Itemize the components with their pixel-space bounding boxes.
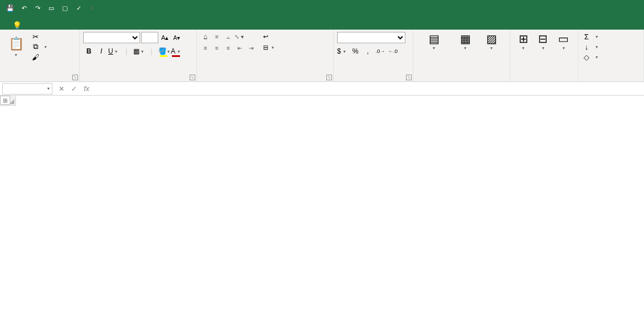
percent-format-icon[interactable]: % xyxy=(350,46,361,57)
merge-icon: ⊟ xyxy=(263,44,268,51)
quick-access-toolbar: 💾 ↶ ↷ ▭ ▢ ✓ ▾ xyxy=(0,2,98,14)
group-label xyxy=(514,79,575,81)
group-label: ⤡ xyxy=(200,79,330,81)
align-left-icon[interactable]: ≡ xyxy=(200,43,211,52)
format-as-table-button[interactable]: ▦▾ xyxy=(451,32,479,51)
fill-button[interactable]: ↓▾ xyxy=(582,42,640,51)
formula-bar: ▾ ✕ ✓ fx xyxy=(0,82,644,96)
dialog-launcher-icon[interactable]: ⤡ xyxy=(190,75,195,80)
conditional-formatting-button[interactable]: ▤▾ xyxy=(417,32,451,51)
group-number: $▾ % , .0→ ←.0 ⤡ xyxy=(334,30,413,81)
group-editing: Σ▾ ↓▾ ◇▾ xyxy=(579,30,644,81)
wrap-icon: ↩ xyxy=(263,33,268,40)
group-alignment: ⩠≡⩡ ⤡▾ ≡≡≡ ⇤⇥ ↩ ⊟▾ ⤡ xyxy=(197,30,334,81)
align-center-icon[interactable]: ≡ xyxy=(212,43,222,52)
fx-icon[interactable]: fx xyxy=(81,85,92,93)
increase-decimal-icon[interactable]: .0→ xyxy=(375,46,386,57)
paste-icon: 📋 xyxy=(9,36,24,51)
name-box[interactable]: ▾ xyxy=(2,83,52,95)
group-label: ⤡ xyxy=(337,79,409,81)
number-format-select[interactable] xyxy=(337,32,405,43)
align-right-icon[interactable]: ≡ xyxy=(223,43,233,52)
align-bottom-icon[interactable]: ⩡ xyxy=(223,32,233,41)
ribbon-tabs: 💡 xyxy=(0,16,644,30)
font-size-input[interactable] xyxy=(141,32,158,43)
italic-button[interactable]: I xyxy=(96,46,107,57)
align-top-icon[interactable]: ⩠ xyxy=(200,32,211,41)
cancel-icon[interactable]: ✕ xyxy=(56,85,67,93)
decrease-decimal-icon[interactable]: ←.0 xyxy=(387,46,399,57)
group-label: ⤡ xyxy=(83,79,193,81)
dialog-launcher-icon[interactable]: ⤡ xyxy=(406,75,412,80)
group-label xyxy=(582,79,640,81)
autosum-button[interactable]: Σ▾ xyxy=(582,32,640,41)
group-label: ⤡ xyxy=(3,79,76,81)
clear-button[interactable]: ◇▾ xyxy=(582,52,640,61)
group-clipboard: 📋 ▾ ✂ ⧉▾ 🖌 ⤡ xyxy=(0,30,80,81)
redo-icon[interactable]: ↷ xyxy=(32,2,43,14)
orientation-icon[interactable]: ⤡▾ xyxy=(235,32,245,41)
spellcheck-icon[interactable]: ✓ xyxy=(73,2,84,14)
copy-icon: ⧉ xyxy=(31,42,40,51)
align-middle-icon[interactable]: ≡ xyxy=(212,32,222,41)
merge-center-button[interactable]: ⊟▾ xyxy=(261,43,276,52)
cell-styles-icon: ▨ xyxy=(486,32,497,46)
tell-me[interactable]: 💡 xyxy=(13,21,25,30)
format-icon: ▭ xyxy=(558,32,569,46)
group-label xyxy=(417,79,506,81)
eraser-icon: ◇ xyxy=(582,52,591,61)
font-color-button[interactable]: A▾ xyxy=(171,46,182,57)
copy-button[interactable]: ⧉▾ xyxy=(31,42,47,51)
insert-icon: ⊞ xyxy=(519,32,528,46)
formula-input[interactable] xyxy=(95,85,644,92)
delete-cells-button[interactable]: ⊟▾ xyxy=(533,32,552,51)
bold-button[interactable]: B xyxy=(83,46,95,57)
group-cells: ⊞▾ ⊟▾ ▭▾ xyxy=(510,30,579,81)
fill-color-button[interactable]: 🪣▾ xyxy=(158,46,170,57)
accounting-format-icon[interactable]: $▾ xyxy=(337,46,348,57)
table-icon: ▦ xyxy=(460,32,471,46)
quick-analysis-icon[interactable]: ⊞ xyxy=(0,96,10,105)
cut-button[interactable]: ✂ xyxy=(31,32,47,41)
delete-icon: ⊟ xyxy=(538,32,548,46)
format-cells-button[interactable]: ▭▾ xyxy=(553,32,575,51)
bulb-icon: 💡 xyxy=(13,21,22,30)
decrease-indent-icon[interactable]: ⇤ xyxy=(235,43,245,52)
spreadsheet-grid: ⊞ xyxy=(0,96,644,324)
brush-icon: 🖌 xyxy=(31,52,40,61)
dialog-launcher-icon[interactable]: ⤡ xyxy=(326,75,332,80)
qat-icon[interactable]: ▭ xyxy=(46,2,57,14)
enter-icon[interactable]: ✓ xyxy=(68,85,80,93)
title-bar: 💾 ↶ ↷ ▭ ▢ ✓ ▾ xyxy=(0,0,644,16)
qat-more-icon[interactable]: ▾ xyxy=(87,2,98,14)
ribbon: 📋 ▾ ✂ ⧉▾ 🖌 ⤡ A▴ A▾ B I U▾ xyxy=(0,30,644,82)
sigma-icon: Σ xyxy=(582,32,591,41)
format-painter-button[interactable]: 🖌 xyxy=(31,52,47,61)
font-name-select[interactable] xyxy=(83,32,140,43)
border-button[interactable]: ▦▾ xyxy=(133,46,145,57)
wrap-text-button[interactable]: ↩ xyxy=(261,32,276,42)
increase-font-icon[interactable]: A▴ xyxy=(159,34,170,42)
paste-button[interactable]: 📋 ▾ xyxy=(3,32,28,61)
dialog-launcher-icon[interactable]: ⤡ xyxy=(72,75,78,80)
qat-icon[interactable]: ▢ xyxy=(59,2,71,14)
group-font: A▴ A▾ B I U▾ | ▦▾ | 🪣▾ A▾ ⤡ xyxy=(80,30,197,81)
scissors-icon: ✂ xyxy=(31,32,40,41)
insert-cells-button[interactable]: ⊞▾ xyxy=(514,32,533,51)
save-icon[interactable]: 💾 xyxy=(5,2,16,14)
cell-styles-button[interactable]: ▨▾ xyxy=(479,32,503,51)
decrease-font-icon[interactable]: A▾ xyxy=(171,35,182,41)
comma-format-icon[interactable]: , xyxy=(362,46,374,57)
fill-down-icon: ↓ xyxy=(582,42,591,51)
undo-icon[interactable]: ↶ xyxy=(18,2,30,14)
increase-indent-icon[interactable]: ⇥ xyxy=(246,43,256,52)
underline-button[interactable]: U▾ xyxy=(108,46,120,57)
group-styles: ▤▾ ▦▾ ▨▾ xyxy=(413,30,510,81)
cond-format-icon: ▤ xyxy=(429,32,440,46)
